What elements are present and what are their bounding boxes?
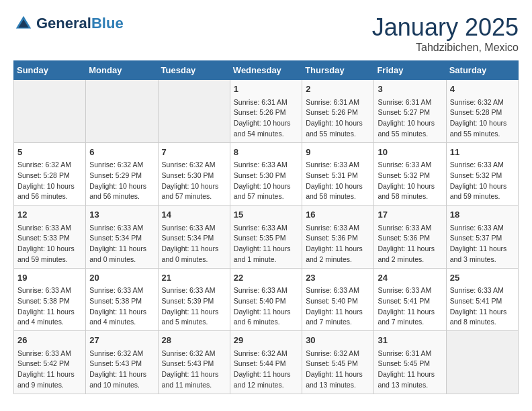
calendar-cell: 28Sunrise: 6:32 AM Sunset: 5:43 PM Dayli… bbox=[158, 331, 230, 394]
cell-info: Sunrise: 6:32 AM Sunset: 5:43 PM Dayligh… bbox=[89, 349, 154, 391]
calendar-cell: 26Sunrise: 6:33 AM Sunset: 5:42 PM Dayli… bbox=[14, 331, 86, 394]
day-number: 21 bbox=[162, 271, 226, 285]
day-number: 24 bbox=[378, 271, 442, 285]
calendar-cell: 21Sunrise: 6:33 AM Sunset: 5:39 PM Dayli… bbox=[158, 268, 230, 331]
day-number: 5 bbox=[17, 146, 82, 159]
day-number: 7 bbox=[162, 146, 226, 159]
cell-info: Sunrise: 6:32 AM Sunset: 5:43 PM Dayligh… bbox=[162, 349, 226, 391]
weekday-header-monday: Monday bbox=[86, 61, 158, 80]
cell-info: Sunrise: 6:33 AM Sunset: 5:32 PM Dayligh… bbox=[450, 160, 515, 202]
calendar-week-3: 12Sunrise: 6:33 AM Sunset: 5:33 PM Dayli… bbox=[14, 205, 519, 269]
day-number: 15 bbox=[234, 208, 298, 222]
day-number: 11 bbox=[450, 146, 515, 159]
cell-info: Sunrise: 6:33 AM Sunset: 5:40 PM Dayligh… bbox=[306, 285, 370, 328]
weekday-header-thursday: Thursday bbox=[302, 61, 374, 80]
day-number: 26 bbox=[17, 334, 82, 347]
day-number: 18 bbox=[450, 208, 515, 222]
day-number: 10 bbox=[378, 146, 442, 159]
calendar-header-row: SundayMondayTuesdayWednesdayThursdayFrid… bbox=[14, 61, 519, 80]
cell-info: Sunrise: 6:33 AM Sunset: 5:41 PM Dayligh… bbox=[378, 285, 442, 328]
weekday-header-wednesday: Wednesday bbox=[230, 61, 302, 80]
cell-info: Sunrise: 6:31 AM Sunset: 5:26 PM Dayligh… bbox=[306, 97, 370, 140]
day-number: 19 bbox=[17, 271, 82, 285]
weekday-header-sunday: Sunday bbox=[14, 61, 86, 80]
cell-info: Sunrise: 6:33 AM Sunset: 5:30 PM Dayligh… bbox=[234, 160, 298, 202]
calendar-cell: 19Sunrise: 6:33 AM Sunset: 5:38 PM Dayli… bbox=[14, 268, 86, 331]
calendar-cell: 10Sunrise: 6:33 AM Sunset: 5:32 PM Dayli… bbox=[374, 142, 446, 205]
cell-info: Sunrise: 6:33 AM Sunset: 5:33 PM Dayligh… bbox=[17, 223, 82, 265]
cell-info: Sunrise: 6:33 AM Sunset: 5:36 PM Dayligh… bbox=[378, 223, 442, 265]
calendar-cell: 29Sunrise: 6:32 AM Sunset: 5:44 PM Dayli… bbox=[230, 331, 302, 394]
calendar-cell: 27Sunrise: 6:32 AM Sunset: 5:43 PM Dayli… bbox=[86, 331, 158, 394]
calendar-cell: 30Sunrise: 6:32 AM Sunset: 5:45 PM Dayli… bbox=[302, 331, 374, 394]
calendar-cell bbox=[14, 80, 86, 143]
day-number: 20 bbox=[89, 271, 154, 285]
calendar-week-2: 5Sunrise: 6:32 AM Sunset: 5:28 PM Daylig… bbox=[14, 142, 519, 205]
calendar-cell: 17Sunrise: 6:33 AM Sunset: 5:36 PM Dayli… bbox=[374, 205, 446, 269]
calendar-cell: 6Sunrise: 6:32 AM Sunset: 5:29 PM Daylig… bbox=[86, 142, 158, 205]
cell-info: Sunrise: 6:33 AM Sunset: 5:32 PM Dayligh… bbox=[378, 160, 442, 202]
calendar-cell: 22Sunrise: 6:33 AM Sunset: 5:40 PM Dayli… bbox=[230, 268, 302, 331]
cell-info: Sunrise: 6:31 AM Sunset: 5:45 PM Dayligh… bbox=[378, 349, 442, 391]
cell-info: Sunrise: 6:33 AM Sunset: 5:36 PM Dayligh… bbox=[306, 223, 370, 265]
calendar-cell: 4Sunrise: 6:32 AM Sunset: 5:28 PM Daylig… bbox=[446, 80, 518, 143]
day-number: 23 bbox=[306, 271, 370, 285]
cell-info: Sunrise: 6:32 AM Sunset: 5:30 PM Dayligh… bbox=[162, 160, 226, 202]
calendar-cell: 11Sunrise: 6:33 AM Sunset: 5:32 PM Dayli… bbox=[446, 142, 518, 205]
calendar-cell: 23Sunrise: 6:33 AM Sunset: 5:40 PM Dayli… bbox=[302, 268, 374, 331]
day-number: 9 bbox=[306, 146, 370, 159]
calendar-cell: 25Sunrise: 6:33 AM Sunset: 5:41 PM Dayli… bbox=[446, 268, 518, 331]
day-number: 6 bbox=[89, 146, 154, 159]
calendar-week-4: 19Sunrise: 6:33 AM Sunset: 5:38 PM Dayli… bbox=[14, 268, 519, 331]
calendar-cell: 1Sunrise: 6:31 AM Sunset: 5:26 PM Daylig… bbox=[230, 80, 302, 143]
calendar-cell: 18Sunrise: 6:33 AM Sunset: 5:37 PM Dayli… bbox=[446, 205, 518, 269]
day-number: 14 bbox=[162, 208, 226, 222]
cell-info: Sunrise: 6:32 AM Sunset: 5:29 PM Dayligh… bbox=[89, 160, 154, 202]
calendar-cell: 15Sunrise: 6:33 AM Sunset: 5:35 PM Dayli… bbox=[230, 205, 302, 269]
calendar-cell: 31Sunrise: 6:31 AM Sunset: 5:45 PM Dayli… bbox=[374, 331, 446, 394]
day-number: 12 bbox=[17, 208, 82, 222]
cell-info: Sunrise: 6:32 AM Sunset: 5:28 PM Dayligh… bbox=[17, 160, 82, 202]
day-number: 17 bbox=[378, 208, 442, 222]
page-header: GeneralBlue January 2025 Tahdzibichen, M… bbox=[13, 13, 519, 54]
calendar-cell: 14Sunrise: 6:33 AM Sunset: 5:34 PM Dayli… bbox=[158, 205, 230, 269]
calendar-cell: 9Sunrise: 6:33 AM Sunset: 5:31 PM Daylig… bbox=[302, 142, 374, 205]
calendar-cell bbox=[86, 80, 158, 143]
calendar-cell: 24Sunrise: 6:33 AM Sunset: 5:41 PM Dayli… bbox=[374, 268, 446, 331]
cell-info: Sunrise: 6:33 AM Sunset: 5:39 PM Dayligh… bbox=[162, 285, 226, 328]
calendar-cell: 20Sunrise: 6:33 AM Sunset: 5:38 PM Dayli… bbox=[86, 268, 158, 331]
location-title: Tahdzibichen, Mexico bbox=[372, 42, 519, 54]
cell-info: Sunrise: 6:32 AM Sunset: 5:45 PM Dayligh… bbox=[306, 349, 370, 391]
cell-info: Sunrise: 6:33 AM Sunset: 5:42 PM Dayligh… bbox=[17, 349, 82, 391]
calendar-cell: 16Sunrise: 6:33 AM Sunset: 5:36 PM Dayli… bbox=[302, 205, 374, 269]
day-number: 22 bbox=[234, 271, 298, 285]
cell-info: Sunrise: 6:33 AM Sunset: 5:34 PM Dayligh… bbox=[89, 223, 154, 265]
calendar-cell: 13Sunrise: 6:33 AM Sunset: 5:34 PM Dayli… bbox=[86, 205, 158, 269]
day-number: 2 bbox=[306, 83, 370, 96]
calendar-cell: 12Sunrise: 6:33 AM Sunset: 5:33 PM Dayli… bbox=[14, 205, 86, 269]
calendar-cell: 2Sunrise: 6:31 AM Sunset: 5:26 PM Daylig… bbox=[302, 80, 374, 143]
weekday-header-saturday: Saturday bbox=[446, 61, 518, 80]
weekday-header-tuesday: Tuesday bbox=[158, 61, 230, 80]
calendar-table: SundayMondayTuesdayWednesdayThursdayFrid… bbox=[13, 60, 519, 394]
day-number: 27 bbox=[89, 334, 154, 347]
calendar-cell: 5Sunrise: 6:32 AM Sunset: 5:28 PM Daylig… bbox=[14, 142, 86, 205]
day-number: 16 bbox=[306, 208, 370, 222]
day-number: 28 bbox=[162, 334, 226, 347]
cell-info: Sunrise: 6:31 AM Sunset: 5:27 PM Dayligh… bbox=[378, 97, 442, 140]
cell-info: Sunrise: 6:31 AM Sunset: 5:26 PM Dayligh… bbox=[234, 97, 298, 140]
day-number: 8 bbox=[234, 146, 298, 159]
title-block: January 2025 Tahdzibichen, Mexico bbox=[372, 13, 519, 54]
logo-text: GeneralBlue bbox=[36, 15, 124, 32]
weekday-header-friday: Friday bbox=[374, 61, 446, 80]
day-number: 3 bbox=[378, 83, 442, 96]
calendar-week-1: 1Sunrise: 6:31 AM Sunset: 5:26 PM Daylig… bbox=[14, 80, 519, 143]
day-number: 29 bbox=[234, 334, 298, 347]
day-number: 31 bbox=[378, 334, 442, 347]
cell-info: Sunrise: 6:33 AM Sunset: 5:34 PM Dayligh… bbox=[162, 223, 226, 265]
cell-info: Sunrise: 6:33 AM Sunset: 5:40 PM Dayligh… bbox=[234, 285, 298, 328]
cell-info: Sunrise: 6:33 AM Sunset: 5:35 PM Dayligh… bbox=[234, 223, 298, 265]
calendar-cell: 3Sunrise: 6:31 AM Sunset: 5:27 PM Daylig… bbox=[374, 80, 446, 143]
day-number: 13 bbox=[89, 208, 154, 222]
calendar-cell: 7Sunrise: 6:32 AM Sunset: 5:30 PM Daylig… bbox=[158, 142, 230, 205]
